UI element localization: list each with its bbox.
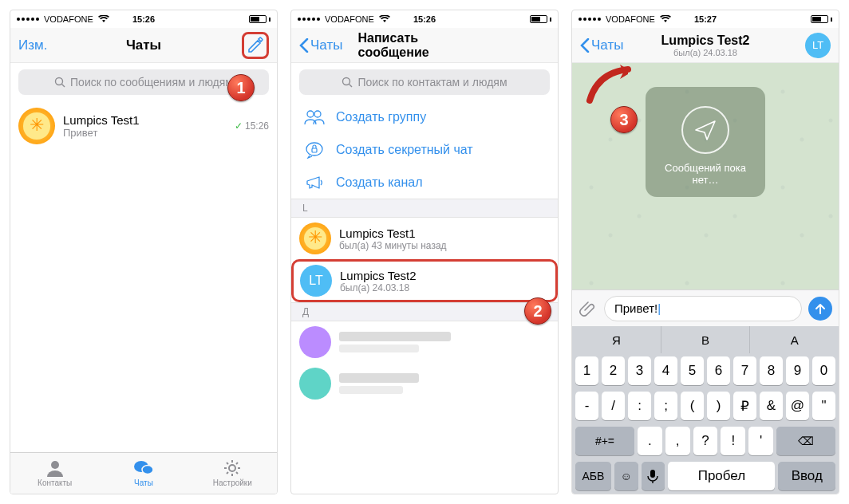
- key-abc[interactable]: АБВ: [575, 462, 611, 490]
- group-icon: [304, 109, 325, 125]
- svg-line-10: [227, 463, 228, 464]
- callout-arrow: [582, 65, 636, 104]
- key[interactable]: /: [602, 392, 625, 420]
- key[interactable]: 4: [654, 356, 677, 385]
- paperclip-icon: [579, 299, 598, 318]
- contact-row-highlighted[interactable]: LT Lumpics Test2 был(а) 24.03.18: [291, 259, 558, 302]
- compose-button[interactable]: [242, 32, 269, 59]
- key-return[interactable]: Ввод: [778, 462, 835, 490]
- key[interactable]: 0: [812, 356, 835, 385]
- chat-title: Lumpics Test2: [661, 33, 750, 48]
- key-backspace[interactable]: ⌫: [776, 427, 835, 455]
- svg-line-15: [349, 85, 353, 88]
- screen-conversation: VODAFONE 15:27 Чаты Lumpics Test2 был(а)…: [571, 10, 839, 494]
- keyboard-suggestions: Я В А: [572, 326, 839, 353]
- suggestion[interactable]: В: [661, 326, 751, 353]
- key-symbols[interactable]: #+=: [575, 427, 634, 455]
- suggestion[interactable]: Я: [572, 326, 661, 353]
- contact-row-blurred[interactable]: [291, 321, 558, 363]
- search-input[interactable]: Поиск по контактам и людям: [299, 69, 550, 95]
- edit-button[interactable]: Изм.: [18, 37, 47, 53]
- key[interactable]: ?: [693, 427, 718, 455]
- arrow-up-icon: [814, 302, 827, 315]
- clock-label: 15:27: [694, 14, 717, 24]
- contact-row-blurred[interactable]: [291, 363, 558, 404]
- tab-settings[interactable]: Настройки: [188, 453, 277, 494]
- new-group-button[interactable]: Создать группу: [291, 101, 558, 133]
- back-button[interactable]: Чаты: [299, 37, 342, 53]
- contacts-list: Создать группу Создать секретный чат Соз…: [291, 101, 558, 494]
- key[interactable]: ): [707, 392, 730, 420]
- blurred-text: [339, 373, 419, 383]
- key-emoji[interactable]: ☺: [614, 462, 638, 490]
- attach-button[interactable]: [579, 299, 598, 318]
- svg-point-4: [142, 466, 153, 474]
- keyboard-row: - / : ; ( ) ₽ & @ ": [572, 388, 839, 423]
- key[interactable]: ": [812, 392, 835, 420]
- page-title: Написать сообщение: [358, 31, 492, 60]
- chat-bubbles-icon: [133, 459, 154, 477]
- contact-name: Lumpics Test1: [339, 226, 550, 240]
- svg-point-2: [51, 461, 59, 469]
- person-icon: [45, 459, 65, 477]
- screen-new-message: VODAFONE 15:26 Чаты Написать сообщение П…: [290, 10, 559, 494]
- mic-icon: [647, 469, 658, 483]
- svg-line-13: [227, 472, 228, 474]
- key[interactable]: &: [760, 392, 783, 420]
- key[interactable]: 1: [575, 356, 598, 385]
- key[interactable]: 6: [707, 356, 730, 385]
- message-input[interactable]: Привет!|: [604, 296, 802, 321]
- key[interactable]: 5: [681, 356, 704, 385]
- battery-icon: [811, 15, 832, 23]
- key[interactable]: @: [786, 392, 809, 420]
- battery-icon: [249, 15, 270, 23]
- key[interactable]: 8: [760, 356, 783, 385]
- key[interactable]: ,: [665, 427, 690, 455]
- key[interactable]: ;: [654, 392, 677, 420]
- key-mic[interactable]: [642, 462, 665, 490]
- avatar[interactable]: LT: [805, 33, 831, 58]
- key[interactable]: ₽: [733, 392, 756, 420]
- contact-name: Lumpics Test2: [340, 269, 549, 282]
- key[interactable]: .: [638, 427, 662, 455]
- svg-line-12: [236, 463, 238, 464]
- key[interactable]: 3: [628, 356, 651, 385]
- chat-row[interactable]: Lumpics Test1 Привет ✓15:26: [10, 101, 277, 151]
- suggestion[interactable]: А: [750, 326, 839, 353]
- signal-icon: [298, 18, 320, 21]
- key[interactable]: (: [681, 392, 704, 420]
- contact-status: был(а) 43 минуты назад: [339, 240, 550, 251]
- key[interactable]: 9: [786, 356, 809, 385]
- status-bar: VODAFONE 15:27: [572, 10, 839, 28]
- tab-chats[interactable]: Чаты: [99, 453, 188, 494]
- message-text: Привет!: [614, 301, 657, 315]
- new-channel-button[interactable]: Создать канал: [291, 167, 558, 199]
- wifi-icon: [98, 15, 109, 23]
- svg-point-17: [314, 111, 321, 117]
- contact-row[interactable]: Lumpics Test1 был(а) 43 минуты назад: [291, 218, 558, 259]
- signal-icon: [579, 18, 601, 21]
- avatar: [299, 368, 331, 400]
- screen-chats: VODAFONE 15:26 Изм. Чаты Поиск по сообще…: [10, 10, 278, 494]
- carrier-label: VODAFONE: [44, 14, 93, 24]
- send-button[interactable]: [808, 297, 832, 321]
- signal-icon: [17, 18, 39, 21]
- tab-contacts[interactable]: Контакты: [10, 453, 99, 494]
- action-label: Создать группу: [336, 110, 426, 124]
- new-secret-chat-button[interactable]: Создать секретный чат: [291, 133, 558, 167]
- key[interactable]: -: [575, 392, 598, 420]
- key[interactable]: !: [721, 427, 745, 455]
- key-space[interactable]: Пробел: [668, 462, 775, 490]
- callout-badge-1: 1: [227, 74, 255, 101]
- key[interactable]: 7: [733, 356, 756, 385]
- nav-bar: Чаты Lumpics Test2 был(а) 24.03.18 LT: [572, 28, 839, 63]
- carrier-label: VODAFONE: [606, 14, 655, 24]
- back-button[interactable]: Чаты: [580, 37, 623, 53]
- svg-line-11: [236, 472, 238, 474]
- svg-point-18: [306, 143, 322, 156]
- key[interactable]: :: [628, 392, 651, 420]
- key[interactable]: ': [748, 427, 773, 455]
- callout-badge-2: 2: [524, 297, 551, 325]
- key[interactable]: 2: [602, 356, 625, 385]
- status-bar: VODAFONE 15:26: [291, 10, 558, 28]
